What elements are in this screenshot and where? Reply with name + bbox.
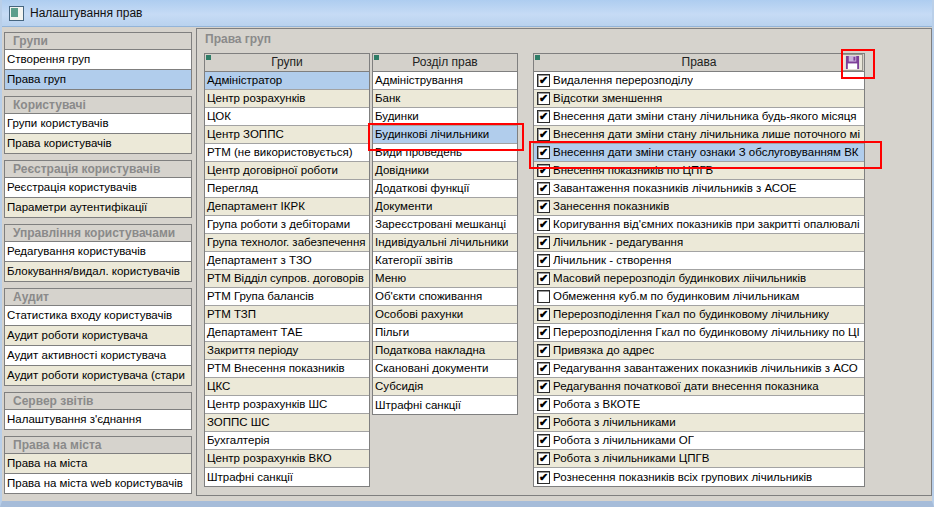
list-item[interactable]: ЦОК	[205, 108, 369, 126]
checkbox-checked[interactable]: ✔	[537, 380, 550, 393]
list-item[interactable]: Види проведень	[373, 144, 517, 162]
list-item[interactable]: Група роботи з дебіторами	[205, 216, 369, 234]
list-item[interactable]: Департамент ІКРК	[205, 198, 369, 216]
sidebar-item[interactable]: Статистика входу користувачів	[5, 305, 191, 325]
checkbox-checked[interactable]: ✔	[537, 272, 550, 285]
checkbox-checked[interactable]: ✔	[537, 92, 550, 105]
checkbox-checked[interactable]: ✔	[537, 200, 550, 213]
list-item[interactable]: ✔Відсотки зменшення	[534, 90, 864, 108]
checkbox-checked[interactable]: ✔	[537, 236, 550, 249]
list-item[interactable]: РТМ Група балансів	[205, 288, 369, 306]
checkbox-checked[interactable]: ✔	[537, 254, 550, 267]
list-item[interactable]: ✔Коригування від'ємних показників при за…	[534, 216, 864, 234]
list-item[interactable]: Скановані документи	[373, 360, 517, 378]
sidebar-item[interactable]: Створення груп	[5, 49, 191, 69]
list-item[interactable]: Субсидія	[373, 378, 517, 396]
list-item[interactable]: Штрафні санкції	[205, 468, 369, 486]
checkbox-checked[interactable]: ✔	[537, 128, 550, 141]
list-item[interactable]: Довідники	[373, 162, 517, 180]
list-item[interactable]: Штрафні санкції	[373, 396, 517, 414]
sidebar-item[interactable]: Права користувачів	[5, 133, 191, 153]
checkbox-checked[interactable]: ✔	[537, 471, 550, 484]
list-item[interactable]: ✔Робота з лічильниками ЦПГВ	[534, 450, 864, 468]
list-item[interactable]: Департамент з ТЗО	[205, 252, 369, 270]
list-item[interactable]: ✔Масовий перерозподіл будинкових ліічиль…	[534, 270, 864, 288]
list-item[interactable]: ✔Лічильник - створення	[534, 252, 864, 270]
checkbox-checked[interactable]: ✔	[537, 308, 550, 321]
list-item[interactable]: Центр розрахунків ШС	[205, 396, 369, 414]
list-item[interactable]: ✔Видалення перерозподілу	[534, 72, 864, 90]
list-item[interactable]: Центр ЗОППС	[205, 126, 369, 144]
list-item[interactable]: ✔Внесення дати зміни стану лічильника бу…	[534, 108, 864, 126]
list-item[interactable]: Центр договірної роботи	[205, 162, 369, 180]
list-item[interactable]: Бухгалтерія	[205, 432, 369, 450]
list-item[interactable]: Особові рахунки	[373, 306, 517, 324]
list-item[interactable]: Додаткові функції	[373, 180, 517, 198]
list-item[interactable]: Меню	[373, 270, 517, 288]
list-item[interactable]: Зареєстровані мешканці	[373, 216, 517, 234]
list-item[interactable]: ✔Робота з лічильниками ОГ	[534, 432, 864, 450]
list-item[interactable]: ✔Лічильник - редагування	[534, 234, 864, 252]
checkbox-checked[interactable]: ✔	[537, 362, 550, 375]
checkbox-checked[interactable]: ✔	[537, 452, 550, 465]
sidebar-item[interactable]: Блокування/видал. користувачів	[5, 261, 191, 281]
list-item[interactable]: ✔Привязка до адрес	[534, 342, 864, 360]
list-item[interactable]: Будинки	[373, 108, 517, 126]
list-item[interactable]: ✔Рознесення показників всіх групових ліч…	[534, 468, 864, 486]
checkbox-checked[interactable]: ✔	[537, 110, 550, 123]
list-item[interactable]: ✔Перерозподілення Гкал по будинковому лі…	[534, 306, 864, 324]
list-item[interactable]: ✔Внесення показників по ЦПГВ	[534, 162, 864, 180]
checkbox-checked[interactable]: ✔	[537, 344, 550, 357]
list-item[interactable]: Податкова накладна	[373, 342, 517, 360]
list-item[interactable]: РТМ (не використовується)	[205, 144, 369, 162]
checkbox-checked[interactable]: ✔	[537, 146, 550, 159]
list-item[interactable]: Адміністрування	[373, 72, 517, 90]
list-item[interactable]: Документи	[373, 198, 517, 216]
list-item[interactable]: Категорії звітів	[373, 252, 517, 270]
list-item[interactable]: Банк	[373, 90, 517, 108]
checkbox-checked[interactable]: ✔	[537, 218, 550, 231]
list-item[interactable]: Обмеження куб.м по будинковим лічильника…	[534, 288, 864, 306]
sidebar-item[interactable]: Права на міста	[5, 453, 191, 473]
sidebar-item[interactable]: Права на міста web користувачів	[5, 473, 191, 493]
checkbox-checked[interactable]: ✔	[537, 416, 550, 429]
list-item[interactable]: ✔Внесення дати зміни стану ознаки З обсл…	[534, 144, 864, 162]
sidebar-item[interactable]: Групи користувачів	[5, 113, 191, 133]
list-item[interactable]: Об'єкти споживання	[373, 288, 517, 306]
list-item[interactable]: ✔Занесення показників	[534, 198, 864, 216]
sidebar-item[interactable]: Реєстрація користувачів	[5, 177, 191, 197]
checkbox-unchecked[interactable]	[537, 290, 550, 303]
list-item[interactable]: ЗОППС ШС	[205, 414, 369, 432]
list-item[interactable]: Центр розрахунків ВКО	[205, 450, 369, 468]
list-item[interactable]: Група технолог. забезпечення	[205, 234, 369, 252]
checkbox-checked[interactable]: ✔	[537, 164, 550, 177]
checkbox-checked[interactable]: ✔	[537, 74, 550, 87]
list-item[interactable]: ЦКС	[205, 378, 369, 396]
list-item[interactable]: ✔Редагування завантажених показників ліч…	[534, 360, 864, 378]
sidebar-item[interactable]: Параметри аутентифікації	[5, 197, 191, 217]
list-item[interactable]: ✔Редагування початкової дати внесення по…	[534, 378, 864, 396]
list-item[interactable]: Пільги	[373, 324, 517, 342]
list-item[interactable]: РТМ ТЗП	[205, 306, 369, 324]
sidebar-item[interactable]: Редагування користувачів	[5, 241, 191, 261]
save-button[interactable]	[842, 54, 863, 71]
sidebar-item[interactable]: Права груп	[5, 69, 191, 89]
sidebar-item[interactable]: Аудит активності користувача	[5, 345, 191, 365]
list-item[interactable]: ✔Завантаження показників лічильників з А…	[534, 180, 864, 198]
list-item[interactable]: РТМ Відділ супров. договорів	[205, 270, 369, 288]
list-item[interactable]: Закриття періоду	[205, 342, 369, 360]
list-item[interactable]: ✔Робота з лічильниками	[534, 414, 864, 432]
sidebar-item[interactable]: Аудит роботи користувача	[5, 325, 191, 345]
list-item[interactable]: ✔Робота з ВКОТЕ	[534, 396, 864, 414]
list-item[interactable]: ✔Перерозподілення Гкал по будинковому лі…	[534, 324, 864, 342]
checkbox-checked[interactable]: ✔	[537, 326, 550, 339]
list-item[interactable]: Департамент ТАЕ	[205, 324, 369, 342]
sidebar-item[interactable]: Налаштування з'єднання	[5, 409, 191, 429]
titlebar[interactable]: Налаштування прав	[2, 0, 932, 27]
checkbox-checked[interactable]: ✔	[537, 182, 550, 195]
list-item[interactable]: ✔Внесення дати зміни стану лічильника ли…	[534, 126, 864, 144]
sidebar-item[interactable]: Аудит роботи користувача (стари	[5, 365, 191, 385]
list-item[interactable]: Будинкові лічильники	[373, 126, 517, 144]
list-item[interactable]: Індивідуальні лічильники	[373, 234, 517, 252]
list-item[interactable]: Перегляд	[205, 180, 369, 198]
